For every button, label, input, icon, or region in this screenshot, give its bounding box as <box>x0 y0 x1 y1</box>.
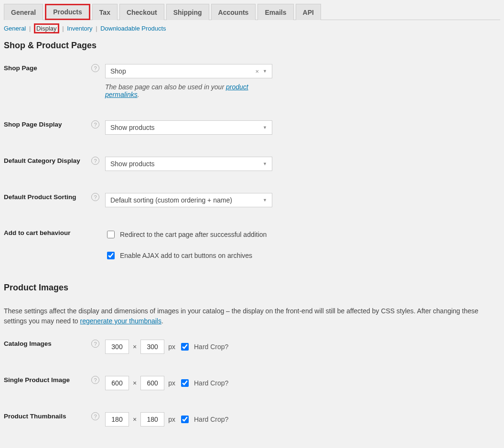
times-label: × <box>133 416 137 423</box>
separator: | <box>62 25 65 32</box>
default-category-display-select[interactable]: Show products ▼ <box>105 157 272 171</box>
tab-api[interactable]: API <box>296 4 321 20</box>
default-product-sorting-select[interactable]: Default sorting (custom ordering + name)… <box>105 193 272 207</box>
product-images-desc: These settings affect the display and di… <box>4 306 500 326</box>
tab-tax[interactable]: Tax <box>92 4 118 20</box>
help-icon[interactable]: ? <box>91 120 99 128</box>
help-icon[interactable]: ? <box>91 64 99 72</box>
times-label: × <box>133 343 137 351</box>
single-height-input[interactable] <box>140 376 164 390</box>
hint-text: The base page can also be used in your <box>105 83 226 91</box>
px-label: px <box>168 379 175 387</box>
thumb-height-input[interactable] <box>140 412 164 427</box>
label-catalog-images: Catalog Images <box>4 340 52 347</box>
shop-page-select[interactable]: Shop × ▼ <box>105 64 272 78</box>
tab-checkout[interactable]: Checkout <box>119 4 164 20</box>
label-shop-page: Shop Page <box>4 64 37 72</box>
catalog-hardcrop-checkbox[interactable] <box>181 343 189 351</box>
redirect-checkbox[interactable] <box>107 231 115 238</box>
tab-accounts[interactable]: Accounts <box>211 4 256 20</box>
main-tabs: General Products Tax Checkout Shipping A… <box>4 4 500 20</box>
separator: | <box>96 25 99 32</box>
label-add-to-cart: Add to cart behaviour <box>4 229 71 236</box>
shop-page-hint: The base page can also be used in your p… <box>105 83 277 98</box>
subtab-downloadable[interactable]: Downloadable Products <box>100 25 166 32</box>
label-default-category-display: Default Category Display <box>4 157 80 164</box>
shop-page-display-select[interactable]: Show products ▼ <box>105 120 272 135</box>
hardcrop-label: Hard Crop? <box>194 343 228 351</box>
px-label: px <box>168 343 175 351</box>
help-icon[interactable]: ? <box>91 157 99 165</box>
subtab-general[interactable]: General <box>4 25 26 32</box>
hardcrop-label: Hard Crop? <box>194 416 228 423</box>
label-single-product-image: Single Product Image <box>4 376 70 384</box>
help-icon[interactable]: ? <box>91 340 99 348</box>
help-icon[interactable]: ? <box>91 376 99 384</box>
desc-text: These settings affect the display and di… <box>4 307 478 325</box>
section-title-shop-pages: Shop & Product Pages <box>4 41 500 51</box>
select-value: Default sorting (custom ordering + name) <box>110 196 232 204</box>
hardcrop-label: Hard Crop? <box>194 379 228 387</box>
clear-icon[interactable]: × <box>255 68 259 75</box>
thumb-hardcrop-checkbox[interactable] <box>181 416 189 423</box>
chevron-down-icon: ▼ <box>263 125 267 130</box>
times-label: × <box>133 379 137 387</box>
ajax-label: Enable AJAX add to cart buttons on archi… <box>120 252 252 259</box>
label-product-thumbnails: Product Thumbnails <box>4 413 66 420</box>
label-shop-page-display: Shop Page Display <box>4 121 62 128</box>
tab-emails[interactable]: Emails <box>257 4 293 20</box>
tab-general[interactable]: General <box>4 4 43 20</box>
tab-products[interactable]: Products <box>45 4 90 20</box>
regenerate-thumbnails-link[interactable]: regenerate your thumbnails <box>80 317 161 325</box>
catalog-width-input[interactable] <box>105 340 129 354</box>
shop-page-value: Shop <box>110 67 126 75</box>
select-value: Show products <box>110 124 155 131</box>
redirect-label: Redirect to the cart page after successf… <box>120 231 267 238</box>
chevron-down-icon: ▼ <box>263 198 267 203</box>
ajax-checkbox[interactable] <box>107 252 115 259</box>
single-hardcrop-checkbox[interactable] <box>181 379 189 387</box>
px-label: px <box>168 416 175 423</box>
subtab-display[interactable]: Display <box>34 23 59 33</box>
help-icon[interactable]: ? <box>91 193 99 201</box>
chevron-down-icon: ▼ <box>263 161 267 166</box>
section-title-product-images: Product Images <box>4 283 500 293</box>
sub-nav: General | Display | Inventory | Download… <box>4 25 500 32</box>
chevron-down-icon: ▼ <box>263 69 267 74</box>
separator: | <box>29 25 32 32</box>
tab-shipping[interactable]: Shipping <box>166 4 209 20</box>
label-default-product-sorting: Default Product Sorting <box>4 193 76 201</box>
help-icon[interactable]: ? <box>91 412 99 420</box>
subtab-inventory[interactable]: Inventory <box>67 25 92 32</box>
thumb-width-input[interactable] <box>105 412 129 427</box>
single-width-input[interactable] <box>105 376 129 390</box>
catalog-height-input[interactable] <box>140 340 164 354</box>
select-value: Show products <box>110 160 155 168</box>
